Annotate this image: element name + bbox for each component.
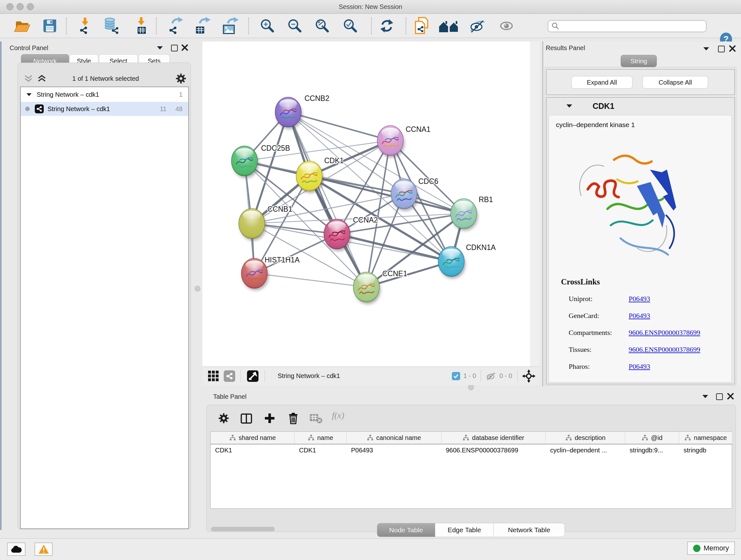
hidden-count: 0 - 0 [499, 372, 512, 380]
network-row-selected[interactable]: String Network – cdk1 11 48 [21, 102, 188, 116]
panel-float-icon[interactable] [716, 393, 723, 400]
delete-column-trash-icon[interactable] [288, 412, 299, 424]
crosslink-link[interactable]: 9606.ENSP00000378699 [629, 346, 700, 354]
panel-close-icon[interactable] [729, 45, 736, 52]
network-node[interactable]: RB1 [451, 195, 493, 231]
panel-float-icon[interactable] [171, 45, 178, 51]
network-node[interactable]: HIST1H1A [241, 256, 300, 291]
panel-menu-icon[interactable] [702, 395, 708, 398]
table-cell[interactable]: P06493 [351, 444, 440, 456]
panel-float-icon[interactable] [718, 46, 725, 52]
network-node[interactable]: CDK1 [296, 157, 344, 193]
grid-view-icon[interactable] [207, 370, 219, 382]
network-node[interactable]: CCNE1 [353, 269, 407, 304]
panel-close-icon[interactable] [181, 44, 188, 51]
expand-all-icon[interactable] [37, 74, 47, 83]
export-network-button[interactable] [166, 17, 184, 35]
collapse-all-button[interactable]: Collapse All [643, 76, 708, 89]
collapse-all-icon[interactable] [23, 74, 33, 83]
tab-network-table[interactable]: Network Table [494, 523, 564, 537]
minimize-window-button[interactable] [17, 3, 23, 10]
export-image-button[interactable] [221, 17, 239, 35]
table-cell[interactable]: CDK1 [299, 444, 345, 456]
column-header[interactable]: namespace [679, 432, 732, 444]
pan-crosshair-icon[interactable] [522, 369, 536, 383]
expand-all-button[interactable]: Expand All [571, 76, 632, 89]
import-table-file-button[interactable] [133, 17, 150, 35]
column-header[interactable]: canonical name [347, 432, 441, 444]
gene-section-header[interactable]: CDK1 [547, 98, 734, 114]
network-badge-icon[interactable] [223, 370, 235, 382]
save-session-button[interactable] [42, 17, 57, 35]
network-node[interactable]: CDKN1A [438, 243, 496, 279]
column-header[interactable]: database identifier [441, 432, 546, 444]
tab-node-table[interactable]: Node Table [377, 523, 435, 537]
import-database-icon [103, 17, 121, 35]
column-header[interactable]: shared name [211, 432, 294, 444]
network-graph[interactable]: CCNB2CCNA1CDC25BCDK1CDC6RB1CCNB1CCNA2CDK… [202, 42, 530, 367]
zoom-selected-button[interactable] [342, 17, 358, 35]
window-edge-decoration [0, 42, 2, 530]
hide-selected-button[interactable] [468, 17, 486, 35]
zoom-fit-button[interactable] [314, 17, 330, 35]
crosslink-link[interactable]: P06493 [629, 362, 650, 371]
warnings-button[interactable] [35, 543, 53, 556]
network-options-gear-icon[interactable] [176, 73, 186, 84]
network-node[interactable]: CCNB2 [275, 94, 329, 129]
crosslink-link[interactable]: P06493 [629, 295, 650, 303]
show-columns-icon[interactable] [241, 414, 252, 424]
zoom-out-button[interactable] [286, 17, 302, 35]
table-horizontal-scrollbar[interactable] [211, 527, 275, 531]
network-edge[interactable] [254, 273, 366, 287]
zoom-selected-icon [342, 18, 358, 34]
duplicate-network-button[interactable] [414, 17, 430, 35]
birds-eye-view-icon[interactable] [247, 370, 259, 382]
left-splitter-handle[interactable] [195, 286, 200, 292]
table-cell[interactable]: stringdb [684, 444, 731, 456]
network-node[interactable]: CCNA1 [377, 125, 430, 158]
table-cell[interactable]: 9606.ENSP00000378699 [446, 444, 544, 456]
import-network-database-button[interactable] [103, 17, 121, 35]
network-edge[interactable] [254, 234, 337, 273]
show-all-button[interactable] [498, 17, 515, 35]
panel-menu-icon[interactable] [703, 47, 709, 51]
tab-edge-table[interactable]: Edge Table [435, 523, 494, 537]
memory-button[interactable]: Memory [687, 542, 735, 555]
export-table-button[interactable] [193, 17, 211, 35]
section-collapse-icon[interactable] [566, 105, 572, 108]
footer-separator [517, 370, 518, 382]
node-table[interactable]: shared nameCDK1nameCDK1canonical nameP06… [210, 431, 732, 509]
network-edge[interactable] [288, 112, 366, 287]
open-session-button[interactable] [13, 17, 30, 35]
cloud-status-button[interactable] [7, 543, 25, 556]
network-node[interactable]: CCNB1 [239, 205, 292, 241]
tab-string[interactable]: String [621, 55, 657, 67]
search-icon [551, 22, 560, 30]
column-header[interactable]: @id [625, 432, 679, 444]
column-header[interactable]: name [294, 432, 347, 444]
column-header-label: namespace [694, 434, 727, 442]
network-canvas[interactable]: CCNB2CCNA1CDC25BCDK1CDC6RB1CCNB1CCNA2CDK… [202, 42, 530, 367]
close-window-button[interactable] [6, 3, 13, 10]
import-network-file-button[interactable] [77, 17, 93, 35]
crosslink-label: GeneCard: [569, 312, 629, 320]
zoom-in-button[interactable] [259, 17, 275, 35]
panel-close-icon[interactable] [727, 393, 734, 400]
table-cell[interactable]: cyclin–dependent ... [550, 444, 623, 456]
table-cell[interactable]: CDK1 [215, 444, 293, 456]
column-header[interactable]: description [546, 432, 625, 444]
crosslink-link[interactable]: 9606.ENSP00000378699 [629, 328, 700, 337]
tree-expand-icon[interactable] [26, 93, 31, 96]
table-options-gear-icon[interactable] [218, 413, 229, 424]
create-column-plus-icon[interactable] [264, 413, 275, 424]
search-input[interactable] [560, 22, 698, 30]
refresh-button[interactable] [379, 17, 395, 35]
panel-menu-icon[interactable] [157, 46, 163, 50]
selected-checkbox-icon[interactable] [452, 372, 460, 380]
network-collection-row[interactable]: String Network – cdk1 1 [21, 88, 188, 101]
crosslink-link[interactable]: P06493 [629, 312, 650, 320]
table-cell[interactable]: stringdb:9... [630, 444, 677, 456]
first-neighbors-button[interactable] [439, 17, 461, 35]
zoom-window-button[interactable] [27, 3, 34, 10]
cloud-icon [10, 545, 22, 553]
